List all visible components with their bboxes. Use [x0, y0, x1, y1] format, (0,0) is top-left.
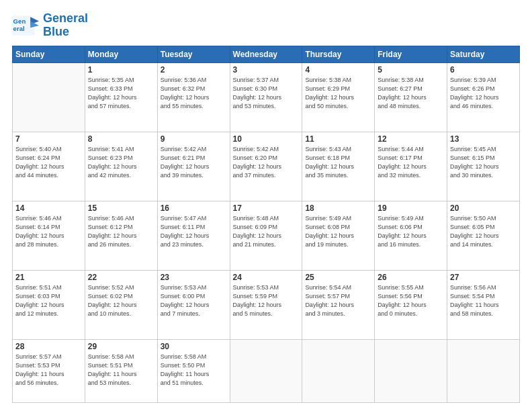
day-info: Sunrise: 5:38 AMSunset: 6:27 PMDaylight:…	[378, 76, 444, 111]
calendar-week-row: 7Sunrise: 5:40 AMSunset: 6:24 PMDaylight…	[13, 132, 520, 201]
calendar-day: 8Sunrise: 5:41 AMSunset: 6:23 PMDaylight…	[85, 132, 157, 201]
day-number: 27	[450, 273, 517, 282]
day-number: 21	[15, 273, 82, 282]
day-number: 25	[305, 273, 371, 282]
calendar-day: 18Sunrise: 5:49 AMSunset: 6:08 PMDayligh…	[302, 201, 375, 270]
day-info: Sunrise: 5:58 AMSunset: 5:50 PMDaylight:…	[161, 353, 227, 387]
day-number: 1	[88, 65, 154, 75]
calendar-day: 5Sunrise: 5:38 AMSunset: 6:27 PMDaylight…	[375, 62, 447, 132]
calendar-day: 20Sunrise: 5:50 AMSunset: 6:05 PMDayligh…	[447, 201, 520, 270]
day-number: 24	[233, 273, 300, 282]
day-number: 18	[305, 203, 371, 213]
day-info: Sunrise: 5:58 AMSunset: 5:51 PMDaylight:…	[88, 353, 154, 387]
day-info: Sunrise: 5:42 AMSunset: 6:20 PMDaylight:…	[233, 145, 300, 180]
calendar-day	[375, 339, 447, 402]
calendar-day: 4Sunrise: 5:38 AMSunset: 6:29 PMDaylight…	[302, 62, 375, 132]
day-info: Sunrise: 5:56 AMSunset: 5:54 PMDaylight:…	[450, 283, 517, 318]
day-number: 17	[233, 203, 300, 213]
svg-text:eral: eral	[13, 25, 25, 32]
calendar-day: 23Sunrise: 5:53 AMSunset: 6:00 PMDayligh…	[157, 270, 230, 339]
weekday-header-row: SundayMondayTuesdayWednesdayThursdayFrid…	[13, 46, 520, 62]
day-number: 23	[161, 273, 227, 282]
day-info: Sunrise: 5:50 AMSunset: 6:05 PMDaylight:…	[450, 214, 517, 249]
day-info: Sunrise: 5:35 AMSunset: 6:33 PMDaylight:…	[88, 76, 154, 111]
calendar-day: 25Sunrise: 5:54 AMSunset: 5:57 PMDayligh…	[302, 270, 375, 339]
day-number: 11	[305, 134, 371, 144]
logo-svg: Gen eral	[12, 13, 39, 38]
calendar-day: 22Sunrise: 5:52 AMSunset: 6:02 PMDayligh…	[85, 270, 157, 339]
calendar: SundayMondayTuesdayWednesdayThursdayFrid…	[12, 46, 520, 403]
calendar-day: 7Sunrise: 5:40 AMSunset: 6:24 PMDaylight…	[13, 132, 85, 201]
weekday-header: Tuesday	[157, 46, 230, 62]
day-number: 14	[15, 203, 82, 213]
calendar-day: 9Sunrise: 5:42 AMSunset: 6:21 PMDaylight…	[157, 132, 230, 201]
logo: Gen eral General Blue	[12, 12, 88, 39]
calendar-day: 1Sunrise: 5:35 AMSunset: 6:33 PMDaylight…	[85, 62, 157, 132]
calendar-day: 12Sunrise: 5:44 AMSunset: 6:17 PMDayligh…	[375, 132, 447, 201]
svg-text:Gen: Gen	[13, 17, 26, 25]
calendar-day	[302, 339, 375, 402]
day-info: Sunrise: 5:57 AMSunset: 5:53 PMDaylight:…	[15, 353, 82, 387]
day-number: 28	[15, 342, 82, 351]
calendar-day: 15Sunrise: 5:46 AMSunset: 6:12 PMDayligh…	[85, 201, 157, 270]
calendar-day: 6Sunrise: 5:39 AMSunset: 6:26 PMDaylight…	[447, 62, 520, 132]
weekday-header: Wednesday	[230, 46, 302, 62]
calendar-day	[13, 62, 85, 132]
header: Gen eral General Blue	[12, 12, 520, 39]
day-number: 22	[88, 273, 154, 282]
day-info: Sunrise: 5:53 AMSunset: 5:59 PMDaylight:…	[233, 283, 300, 318]
day-info: Sunrise: 5:44 AMSunset: 6:17 PMDaylight:…	[378, 145, 444, 180]
day-number: 20	[450, 203, 517, 213]
calendar-week-row: 1Sunrise: 5:35 AMSunset: 6:33 PMDaylight…	[13, 62, 520, 132]
day-number: 4	[305, 65, 371, 75]
calendar-day: 28Sunrise: 5:57 AMSunset: 5:53 PMDayligh…	[13, 339, 85, 402]
day-info: Sunrise: 5:52 AMSunset: 6:02 PMDaylight:…	[88, 283, 154, 318]
weekday-header: Saturday	[447, 46, 520, 62]
day-info: Sunrise: 5:38 AMSunset: 6:29 PMDaylight:…	[305, 76, 371, 111]
day-number: 29	[88, 342, 154, 351]
day-info: Sunrise: 5:40 AMSunset: 6:24 PMDaylight:…	[15, 145, 82, 180]
day-info: Sunrise: 5:49 AMSunset: 6:06 PMDaylight:…	[378, 214, 444, 249]
day-info: Sunrise: 5:48 AMSunset: 6:09 PMDaylight:…	[233, 214, 300, 249]
calendar-day: 26Sunrise: 5:55 AMSunset: 5:56 PMDayligh…	[375, 270, 447, 339]
calendar-day: 27Sunrise: 5:56 AMSunset: 5:54 PMDayligh…	[447, 270, 520, 339]
calendar-day: 10Sunrise: 5:42 AMSunset: 6:20 PMDayligh…	[230, 132, 302, 201]
day-info: Sunrise: 5:47 AMSunset: 6:11 PMDaylight:…	[161, 214, 227, 249]
weekday-header: Thursday	[302, 46, 375, 62]
day-info: Sunrise: 5:36 AMSunset: 6:32 PMDaylight:…	[161, 76, 227, 111]
logo-blue: Blue	[43, 26, 88, 39]
calendar-day: 21Sunrise: 5:51 AMSunset: 6:03 PMDayligh…	[13, 270, 85, 339]
weekday-header: Friday	[375, 46, 447, 62]
day-info: Sunrise: 5:49 AMSunset: 6:08 PMDaylight:…	[305, 214, 371, 249]
calendar-day: 2Sunrise: 5:36 AMSunset: 6:32 PMDaylight…	[157, 62, 230, 132]
logo-general: General	[43, 11, 88, 25]
weekday-header: Sunday	[13, 46, 85, 62]
page: Gen eral General Blue SundayMondayTuesda…	[0, 0, 532, 411]
day-number: 13	[450, 134, 517, 144]
calendar-day: 29Sunrise: 5:58 AMSunset: 5:51 PMDayligh…	[85, 339, 157, 402]
calendar-day	[230, 339, 302, 402]
day-info: Sunrise: 5:46 AMSunset: 6:12 PMDaylight:…	[88, 214, 154, 249]
calendar-day: 13Sunrise: 5:45 AMSunset: 6:15 PMDayligh…	[447, 132, 520, 201]
day-number: 26	[378, 273, 444, 282]
day-number: 7	[15, 134, 82, 144]
day-number: 30	[161, 342, 227, 351]
weekday-header: Monday	[85, 46, 157, 62]
day-number: 5	[378, 65, 444, 75]
day-info: Sunrise: 5:45 AMSunset: 6:15 PMDaylight:…	[450, 145, 517, 180]
calendar-day: 11Sunrise: 5:43 AMSunset: 6:18 PMDayligh…	[302, 132, 375, 201]
day-info: Sunrise: 5:39 AMSunset: 6:26 PMDaylight:…	[450, 76, 517, 111]
day-info: Sunrise: 5:43 AMSunset: 6:18 PMDaylight:…	[305, 145, 371, 180]
calendar-day: 24Sunrise: 5:53 AMSunset: 5:59 PMDayligh…	[230, 270, 302, 339]
day-number: 6	[450, 65, 517, 75]
day-number: 16	[161, 203, 227, 213]
day-info: Sunrise: 5:37 AMSunset: 6:30 PMDaylight:…	[233, 76, 300, 111]
day-info: Sunrise: 5:53 AMSunset: 6:00 PMDaylight:…	[161, 283, 227, 318]
day-number: 15	[88, 203, 154, 213]
calendar-week-row: 28Sunrise: 5:57 AMSunset: 5:53 PMDayligh…	[13, 339, 520, 402]
calendar-week-row: 14Sunrise: 5:46 AMSunset: 6:14 PMDayligh…	[13, 201, 520, 270]
calendar-day: 17Sunrise: 5:48 AMSunset: 6:09 PMDayligh…	[230, 201, 302, 270]
day-info: Sunrise: 5:55 AMSunset: 5:56 PMDaylight:…	[378, 283, 444, 318]
day-info: Sunrise: 5:46 AMSunset: 6:14 PMDaylight:…	[15, 214, 82, 249]
calendar-day: 3Sunrise: 5:37 AMSunset: 6:30 PMDaylight…	[230, 62, 302, 132]
